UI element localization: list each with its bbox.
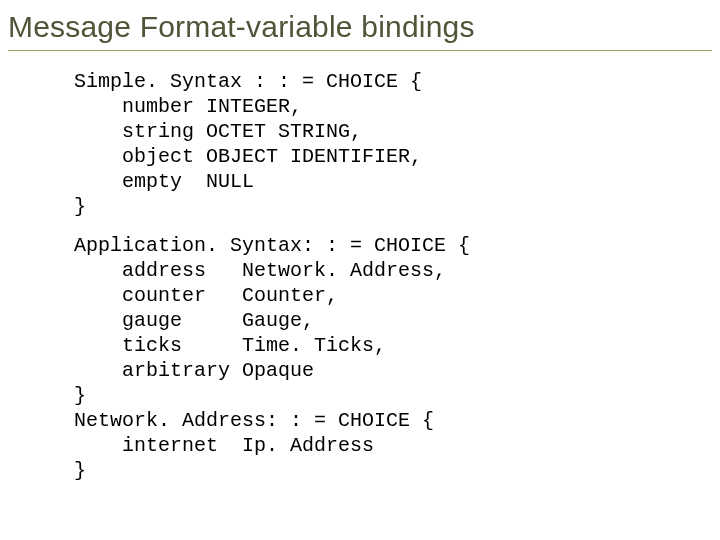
code-block-application-syntax: Application. Syntax: : = CHOICE { addres… <box>74 233 672 483</box>
slide: Message Format-variable bindings Simple.… <box>0 0 720 540</box>
title-container: Message Format-variable bindings <box>8 8 712 51</box>
content-area: Simple. Syntax : : = CHOICE { number INT… <box>74 69 672 483</box>
page-title: Message Format-variable bindings <box>8 10 712 44</box>
code-block-simple-syntax: Simple. Syntax : : = CHOICE { number INT… <box>74 69 672 219</box>
